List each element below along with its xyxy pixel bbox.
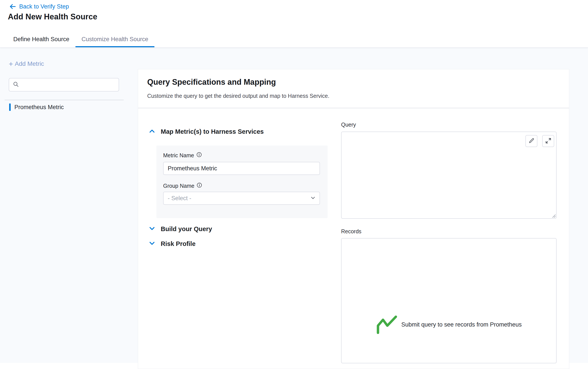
tab-bar: Define Health Source Customize Health So… [7, 31, 154, 47]
metric-name-input[interactable] [163, 162, 320, 175]
edit-query-button[interactable] [525, 135, 537, 147]
search-icon [13, 81, 19, 89]
chevron-down-icon [310, 195, 316, 202]
records-label: Records [341, 228, 361, 235]
group-name-label-row: Group Name [163, 182, 202, 189]
records-empty-text: Submit query to see records from Prometh… [401, 321, 522, 328]
search-input[interactable] [22, 81, 115, 89]
section-label: Risk Profile [161, 240, 196, 248]
metric-list-item-prometheus[interactable]: Prometheus Metric [0, 102, 131, 112]
group-name-label: Group Name [163, 183, 194, 189]
tab-define-health-source[interactable]: Define Health Source [7, 31, 75, 47]
query-editor [341, 131, 556, 219]
expand-icon [545, 138, 552, 145]
section-label: Map Metric(s) to Harness Services [161, 128, 264, 135]
pencil-icon [528, 138, 535, 145]
info-icon[interactable] [197, 182, 202, 189]
chevron-down-icon [148, 240, 156, 248]
section-risk-profile[interactable]: Risk Profile [148, 240, 196, 248]
records-panel: Submit query to see records from Prometh… [341, 238, 556, 363]
selected-indicator-bar [9, 103, 11, 111]
back-link-label: Back to Verify Step [19, 3, 69, 10]
section-map-metrics-to-harness-services[interactable]: Map Metric(s) to Harness Services [148, 128, 264, 136]
section-build-your-query[interactable]: Build your Query [148, 225, 212, 233]
records-empty-state: Submit query to see records from Prometh… [342, 314, 556, 335]
workspace: + Add Metric Prometheus Metric Query [0, 48, 588, 369]
query-label: Query [341, 121, 356, 128]
chevron-up-icon [148, 128, 156, 136]
arrow-left-icon [9, 3, 16, 10]
metric-name-label-row: Metric Name [163, 152, 202, 159]
metric-mapping-form: Metric Name Group Name [156, 146, 328, 218]
group-name-select-value: - Select - [168, 195, 191, 202]
metric-name-label: Metric Name [163, 152, 194, 159]
info-icon[interactable] [197, 152, 202, 159]
sidebar-divider [5, 100, 124, 100]
metric-search-box [9, 78, 119, 91]
add-metric-button[interactable]: + Add Metric [9, 60, 44, 68]
panel-header: Query Specifications and Mapping Customi… [138, 69, 569, 108]
back-link[interactable]: Back to Verify Step [9, 3, 69, 10]
section-label: Build your Query [161, 225, 212, 233]
panel-subtitle: Customize the query to get the desired o… [147, 93, 329, 99]
group-name-select[interactable]: - Select - [163, 192, 320, 205]
fullscreen-query-button[interactable] [542, 135, 554, 147]
page-title: Add New Health Source [8, 12, 97, 21]
metric-item-label: Prometheus Metric [14, 104, 64, 111]
app-root: Back to Verify Step Add New Health Sourc… [0, 0, 588, 369]
query-textarea[interactable] [342, 132, 556, 218]
plus-icon: + [9, 60, 13, 68]
tab-customize-health-source[interactable]: Customize Health Source [75, 31, 154, 47]
panel-title: Query Specifications and Mapping [147, 78, 276, 87]
main-panel: Query Specifications and Mapping Customi… [138, 69, 569, 369]
header: Back to Verify Step Add New Health Sourc… [0, 0, 588, 48]
add-metric-label: Add Metric [15, 60, 44, 67]
chevron-down-icon [148, 225, 156, 233]
line-chart-icon [376, 314, 398, 335]
